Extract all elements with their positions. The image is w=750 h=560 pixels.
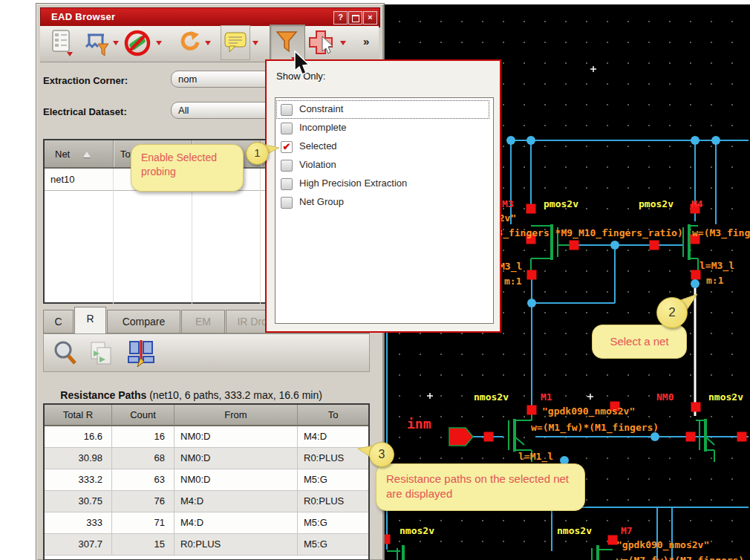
callout-badge-3: 3 bbox=[369, 442, 394, 467]
resistance-cell[interactable]: 71 bbox=[112, 512, 175, 534]
resistance-cell[interactable]: M4:D bbox=[175, 491, 298, 512]
filter-options-list[interactable]: ConstraintIncomplete✔SelectedViolationHi… bbox=[275, 97, 494, 324]
schematic-label: M3_l bbox=[499, 261, 522, 271]
unchecked-checkbox[interactable] bbox=[281, 123, 293, 134]
schematic-label: M4 bbox=[691, 199, 703, 209]
schematic-label: nmos2v bbox=[400, 526, 434, 535]
resistance-cell[interactable]: M5:G bbox=[298, 469, 369, 491]
resistance-cell[interactable]: M5:G bbox=[298, 512, 369, 534]
disable-probing-icon[interactable] bbox=[122, 29, 153, 62]
mouse-cursor bbox=[293, 51, 312, 77]
net-column-header[interactable]: Net bbox=[55, 149, 70, 160]
resistance-cell[interactable]: M5:G bbox=[298, 534, 369, 556]
filter-popup: Show Only: ConstraintIncomplete✔Selected… bbox=[265, 59, 501, 333]
resistance-cell[interactable]: R0:PLUS bbox=[175, 534, 298, 556]
dropdown-arrow-icon[interactable] bbox=[252, 41, 258, 45]
report-icon[interactable] bbox=[50, 29, 73, 59]
schematic-label: w=(M3_fingers *M9_M10_fingers_ratio) bbox=[474, 228, 683, 238]
schematic-label: m:1 bbox=[504, 276, 521, 286]
resistance-cell[interactable]: M4:D bbox=[175, 512, 298, 534]
schematic-label: nmos2v bbox=[557, 526, 592, 535]
schematic-label: l=M1_l bbox=[518, 452, 553, 461]
resistance-column-header[interactable]: Count bbox=[112, 405, 175, 426]
resistance-cell[interactable]: 307.7 bbox=[45, 534, 112, 556]
schematic-label: nmos2v bbox=[474, 392, 509, 402]
resistance-cell[interactable]: 15 bbox=[112, 534, 175, 556]
toolbar-overflow-button[interactable]: » bbox=[363, 35, 369, 48]
resistance-column-header[interactable]: From bbox=[175, 405, 298, 426]
resistance-cell[interactable]: 76 bbox=[112, 491, 175, 512]
resistance-paths-title-bold: Resistance Paths bbox=[60, 389, 146, 401]
sort-ascending-icon bbox=[83, 152, 91, 157]
close-button[interactable]: × bbox=[363, 11, 377, 25]
restore-button[interactable] bbox=[348, 11, 362, 25]
copy-results-icon[interactable] bbox=[88, 340, 115, 367]
resistance-cell[interactable]: 333.2 bbox=[45, 469, 112, 491]
help-button[interactable]: ? bbox=[333, 11, 348, 25]
extraction-corner-label: Extraction Corner: bbox=[43, 75, 128, 86]
resistance-cell[interactable]: NM0:D bbox=[175, 469, 298, 491]
filter-option-label: Incomplete bbox=[299, 122, 347, 133]
filter-option-label: High Precision Extraction bbox=[299, 178, 407, 189]
resistance-column-header[interactable]: To bbox=[298, 405, 369, 426]
unchecked-checkbox[interactable] bbox=[281, 178, 293, 190]
unchecked-checkbox[interactable] bbox=[281, 104, 293, 116]
resistance-cell[interactable]: 333 bbox=[45, 512, 112, 534]
search-icon[interactable] bbox=[53, 340, 78, 367]
filter-option-incomplete[interactable]: Incomplete bbox=[276, 119, 489, 137]
resistance-cell[interactable]: 16 bbox=[112, 426, 175, 448]
filter-option-violation[interactable]: Violation bbox=[276, 156, 489, 175]
filter-option-net-group[interactable]: Net Group bbox=[276, 193, 489, 212]
filter-option-high-precision-extraction[interactable]: High Precision Extraction bbox=[276, 175, 489, 193]
titlebar[interactable]: EAD Browser ? × bbox=[40, 7, 380, 27]
tab-c[interactable]: C bbox=[43, 310, 74, 333]
window-title: EAD Browser bbox=[51, 11, 115, 22]
filter-option-label: Constraint bbox=[299, 103, 343, 114]
unchecked-checkbox[interactable] bbox=[281, 197, 293, 209]
annotation-icon[interactable] bbox=[221, 25, 250, 60]
schematic-label: pmos2v bbox=[639, 199, 674, 209]
schematic-label: w=(M1_fw)*(M1_fingers) bbox=[531, 423, 659, 432]
schematic-label: w=(M7_fw)*(M7_fingers) bbox=[616, 556, 744, 560]
schematic-label: "gpdk090_nmos2v" bbox=[542, 406, 635, 416]
schematic-label: l=M3_l bbox=[700, 261, 734, 270]
resistance-cell[interactable]: NM0:D bbox=[175, 426, 298, 448]
resistance-cell[interactable]: 68 bbox=[112, 448, 175, 469]
resistance-cell[interactable]: R0:PLUS bbox=[298, 491, 369, 512]
schematic-label: w=(M3_fingers bbox=[692, 228, 750, 238]
schematic-label: pmos2v bbox=[544, 199, 578, 209]
filter-option-selected[interactable]: ✔Selected bbox=[276, 137, 489, 156]
filter-option-label: Net Group bbox=[299, 196, 344, 207]
dropdown-arrow-icon[interactable] bbox=[67, 52, 73, 56]
resistance-cell[interactable]: 30.98 bbox=[45, 448, 112, 469]
schematic-label: M1 bbox=[541, 392, 552, 402]
schematic-label: m:1 bbox=[706, 276, 723, 285]
tab-em[interactable]: EM bbox=[181, 310, 225, 333]
tab-r[interactable]: R bbox=[74, 307, 106, 333]
restore-icon bbox=[352, 15, 359, 22]
compare-results-icon[interactable] bbox=[127, 339, 157, 368]
resistance-cell[interactable]: 63 bbox=[112, 469, 175, 491]
resistance-cell[interactable]: NM0:D bbox=[175, 448, 298, 469]
probe-icon[interactable] bbox=[83, 29, 110, 60]
schematic-label: inm bbox=[407, 417, 431, 431]
dropdown-arrow-icon[interactable] bbox=[340, 41, 346, 45]
inm-pin bbox=[449, 428, 473, 446]
schematic-label: M7 bbox=[621, 526, 633, 535]
resistance-column-header[interactable]: Total R bbox=[45, 405, 112, 426]
filter-option-constraint[interactable]: Constraint bbox=[276, 100, 489, 119]
filter-option-label: Violation bbox=[299, 159, 336, 170]
filter-option-label: Selected bbox=[299, 140, 337, 152]
resistance-table[interactable]: Total RCountFromTo16.616NM0:DM4:D30.9868… bbox=[43, 403, 370, 560]
resistance-cell[interactable]: 16.6 bbox=[45, 426, 112, 448]
dropdown-arrow-icon[interactable] bbox=[205, 41, 211, 45]
callout-badge-1: 1 bbox=[246, 142, 269, 165]
electrical-dataset-label: Electrical Dataset: bbox=[43, 106, 127, 117]
tab-compare[interactable]: Compare bbox=[107, 310, 180, 333]
schematic-label: NM0 bbox=[656, 392, 674, 402]
dropdown-arrow-icon[interactable] bbox=[156, 41, 162, 45]
resistance-cell[interactable]: 30.75 bbox=[45, 491, 112, 512]
undo-icon[interactable] bbox=[177, 29, 202, 57]
dropdown-arrow-icon[interactable] bbox=[113, 41, 119, 45]
resistance-paths-summary: (net10, 6 paths, 333.2 max, 16.6 min) bbox=[146, 389, 322, 401]
